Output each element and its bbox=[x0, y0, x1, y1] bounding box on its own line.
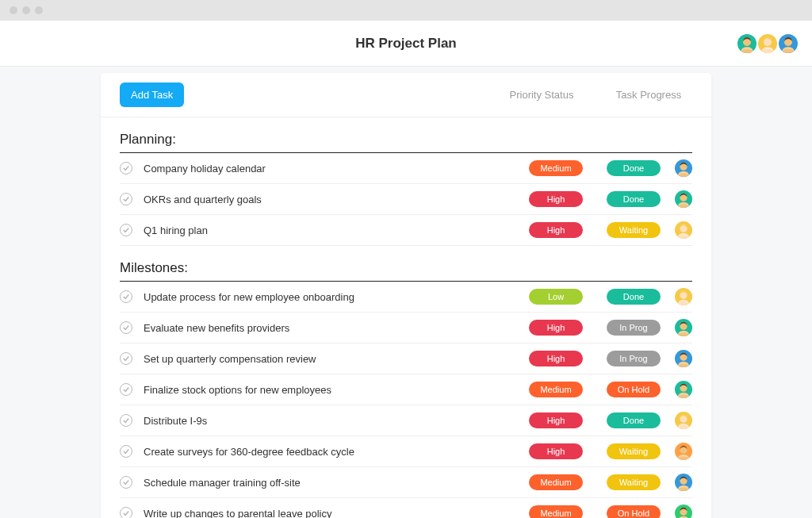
status-pill[interactable]: On Hold bbox=[607, 505, 661, 518]
panel-toolbar: Add Task Priority Status Task Progress bbox=[101, 73, 711, 117]
status-pill[interactable]: In Prog bbox=[607, 351, 661, 366]
page-title: HR Project Plan bbox=[355, 36, 457, 52]
status-pill[interactable]: Done bbox=[607, 289, 661, 305]
status-pill[interactable]: Done bbox=[607, 160, 661, 176]
check-circle-icon[interactable] bbox=[120, 414, 132, 427]
column-header-priority: Priority Status bbox=[502, 89, 581, 101]
section-title: Planning: bbox=[120, 121, 692, 153]
status-pill[interactable]: Waiting bbox=[607, 474, 661, 490]
avatar[interactable] bbox=[737, 34, 756, 53]
task-name: Distribute I-9s bbox=[144, 415, 529, 427]
task-row[interactable]: Evaluate new benefits providersHighIn Pr… bbox=[120, 313, 692, 343]
task-row[interactable]: Write up changes to parental leave polic… bbox=[120, 498, 692, 518]
assignee-avatar[interactable] bbox=[675, 190, 692, 208]
status-pill[interactable]: Done bbox=[607, 191, 661, 207]
task-row[interactable]: Update process for new employee onboardi… bbox=[120, 282, 692, 313]
assignee-avatar[interactable] bbox=[675, 505, 692, 518]
priority-pill[interactable]: High bbox=[529, 222, 583, 238]
assignee-avatar[interactable] bbox=[675, 381, 692, 398]
check-circle-icon[interactable] bbox=[120, 352, 132, 365]
status-pill[interactable]: On Hold bbox=[607, 382, 661, 397]
priority-pill[interactable]: High bbox=[529, 191, 583, 207]
avatar[interactable] bbox=[758, 34, 777, 53]
sections-container: Planning:Company holiday calendarMediumD… bbox=[101, 117, 711, 518]
task-row[interactable]: Q1 hiring planHighWaiting bbox=[120, 215, 692, 246]
assignee-avatar[interactable] bbox=[675, 319, 692, 336]
assignee-avatar[interactable] bbox=[675, 474, 692, 491]
assignee-avatar[interactable] bbox=[675, 159, 692, 177]
task-name: Set up quarterly compensation review bbox=[144, 353, 529, 365]
task-row[interactable]: Finalize stock options for new employees… bbox=[120, 374, 692, 405]
task-name: Finalize stock options for new employees bbox=[144, 384, 529, 396]
avatar[interactable] bbox=[779, 34, 798, 53]
task-name: Schedule manager training off-site bbox=[144, 477, 529, 489]
section: Planning:Company holiday calendarMediumD… bbox=[101, 117, 711, 246]
assignee-avatar[interactable] bbox=[675, 443, 692, 460]
task-name: OKRs and quarterly goals bbox=[144, 194, 529, 205]
check-circle-icon[interactable] bbox=[120, 193, 132, 205]
task-row[interactable]: Distribute I-9sHighDone bbox=[120, 405, 692, 436]
check-circle-icon[interactable] bbox=[120, 507, 132, 518]
priority-pill[interactable]: Medium bbox=[529, 474, 583, 490]
app-header: HR Project Plan bbox=[0, 21, 812, 67]
check-circle-icon[interactable] bbox=[120, 383, 132, 396]
traffic-light-minimize-icon[interactable] bbox=[22, 6, 30, 14]
traffic-light-close-icon[interactable] bbox=[10, 6, 17, 14]
header-avatars bbox=[737, 34, 798, 53]
task-name: Evaluate new benefits providers bbox=[144, 322, 529, 334]
check-circle-icon[interactable] bbox=[120, 321, 132, 334]
add-task-button[interactable]: Add Task bbox=[120, 82, 184, 107]
task-name: Update process for new employee onboardi… bbox=[144, 291, 529, 303]
section: Milestones:Update process for new employ… bbox=[101, 246, 711, 518]
priority-pill[interactable]: Medium bbox=[529, 160, 583, 176]
task-row[interactable]: Set up quarterly compensation reviewHigh… bbox=[120, 343, 692, 374]
priority-pill[interactable]: Low bbox=[529, 289, 583, 305]
status-pill[interactable]: Waiting bbox=[607, 443, 661, 459]
check-circle-icon[interactable] bbox=[120, 476, 132, 489]
assignee-avatar[interactable] bbox=[675, 350, 692, 367]
assignee-avatar[interactable] bbox=[675, 288, 692, 305]
window-chrome bbox=[0, 0, 812, 21]
status-pill[interactable]: Waiting bbox=[607, 222, 661, 238]
task-row[interactable]: Company holiday calendarMediumDone bbox=[120, 153, 692, 184]
task-name: Q1 hiring plan bbox=[144, 224, 529, 236]
column-header-progress: Task Progress bbox=[605, 89, 692, 101]
section-title: Milestones: bbox=[120, 249, 692, 282]
task-row[interactable]: Create surveys for 360-degree feedback c… bbox=[120, 436, 692, 467]
task-name: Write up changes to parental leave polic… bbox=[144, 508, 529, 519]
traffic-light-zoom-icon[interactable] bbox=[35, 6, 43, 14]
status-pill[interactable]: In Prog bbox=[607, 320, 661, 336]
task-name: Create surveys for 360-degree feedback c… bbox=[144, 446, 529, 458]
task-row[interactable]: Schedule manager training off-siteMedium… bbox=[120, 467, 692, 498]
check-circle-icon[interactable] bbox=[120, 290, 132, 303]
priority-pill[interactable]: Medium bbox=[529, 505, 583, 518]
status-pill[interactable]: Done bbox=[607, 412, 661, 428]
task-row[interactable]: OKRs and quarterly goalsHighDone bbox=[120, 184, 692, 215]
priority-pill[interactable]: High bbox=[529, 443, 583, 459]
main-panel: Add Task Priority Status Task Progress P… bbox=[101, 73, 711, 518]
assignee-avatar[interactable] bbox=[675, 412, 692, 429]
check-circle-icon[interactable] bbox=[120, 224, 132, 236]
assignee-avatar[interactable] bbox=[675, 221, 692, 239]
task-name: Company holiday calendar bbox=[144, 163, 529, 175]
priority-pill[interactable]: High bbox=[529, 320, 583, 336]
check-circle-icon[interactable] bbox=[120, 445, 132, 458]
priority-pill[interactable]: Medium bbox=[529, 382, 583, 397]
check-circle-icon[interactable] bbox=[120, 162, 132, 175]
priority-pill[interactable]: High bbox=[529, 351, 583, 366]
priority-pill[interactable]: High bbox=[529, 412, 583, 428]
